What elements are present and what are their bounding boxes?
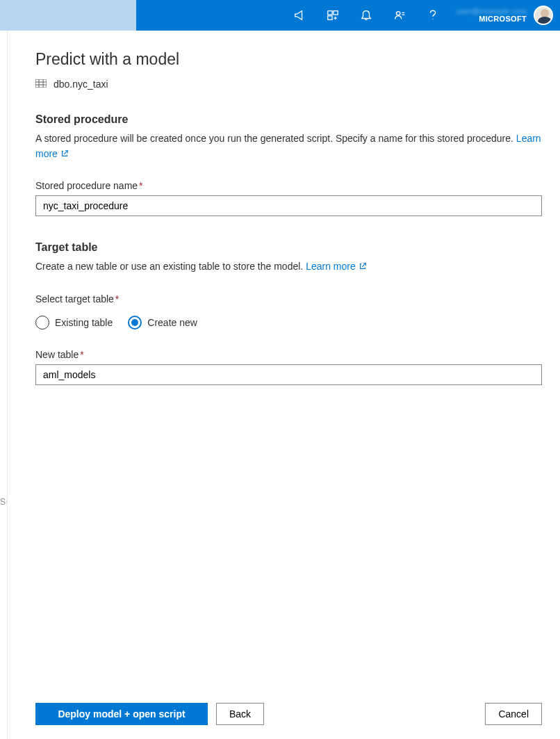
- proc-name-label: Stored procedure name*: [35, 180, 542, 191]
- stored-proc-desc: A stored procedure will be created once …: [35, 131, 542, 162]
- help-icon[interactable]: [416, 0, 450, 31]
- radio-create-new[interactable]: Create new: [128, 316, 197, 330]
- user-email: user@example.com: [456, 8, 527, 15]
- target-table-radio-group: Existing table Create new: [35, 316, 542, 330]
- wizard-footer: Deploy model + open script Back Cancel: [35, 692, 542, 725]
- directory-icon[interactable]: [316, 0, 349, 31]
- target-table-heading: Target table: [35, 241, 542, 254]
- radio-existing-label: Existing table: [55, 317, 113, 328]
- radio-button-icon: [35, 316, 49, 330]
- svg-rect-5: [35, 79, 47, 88]
- select-target-label: Select target table*: [35, 293, 542, 304]
- external-link-icon: [60, 147, 69, 163]
- wizard-pane: Predict with a model dbo.nyc_taxi Stored…: [7, 31, 560, 739]
- user-org: MICROSOFT: [479, 15, 527, 23]
- page-title: Predict with a model: [35, 50, 542, 69]
- table-icon: [35, 79, 47, 90]
- proc-name-input[interactable]: [35, 195, 542, 216]
- spacer: [35, 385, 542, 692]
- target-table-desc: Create a new table or use an existing ta…: [35, 259, 542, 275]
- cancel-button[interactable]: Cancel: [485, 703, 542, 725]
- required-asterisk: *: [139, 180, 142, 191]
- user-block[interactable]: user@example.com MICROSOFT: [450, 0, 531, 31]
- deploy-button[interactable]: Deploy model + open script: [35, 703, 208, 725]
- radio-button-icon: [128, 316, 142, 330]
- left-panel-remnant: SO: [0, 497, 7, 507]
- top-bar-icons: [283, 0, 450, 31]
- svg-rect-1: [333, 11, 338, 15]
- new-table-input[interactable]: [35, 364, 542, 385]
- radio-create-label: Create new: [147, 317, 197, 328]
- svg-point-4: [432, 19, 433, 19]
- search-area[interactable]: [0, 0, 136, 31]
- source-table: dbo.nyc_taxi: [35, 79, 542, 90]
- top-bar: user@example.com MICROSOFT: [0, 0, 560, 31]
- stored-proc-heading: Stored procedure: [35, 113, 542, 126]
- target-table-learn-more-link[interactable]: Learn more: [306, 261, 367, 272]
- avatar[interactable]: [534, 6, 553, 25]
- svg-point-3: [396, 12, 400, 15]
- required-asterisk: *: [115, 293, 119, 304]
- bell-icon[interactable]: [349, 0, 383, 31]
- top-bar-right: user@example.com MICROSOFT: [283, 0, 553, 31]
- external-link-icon: [359, 260, 367, 275]
- megaphone-icon[interactable]: [283, 0, 316, 31]
- radio-existing-table[interactable]: Existing table: [35, 316, 113, 330]
- back-button[interactable]: Back: [216, 703, 264, 725]
- svg-rect-0: [328, 11, 332, 15]
- feedback-icon[interactable]: [383, 0, 416, 31]
- svg-rect-2: [328, 16, 332, 19]
- required-asterisk: *: [80, 349, 83, 360]
- source-table-name: dbo.nyc_taxi: [53, 79, 108, 90]
- new-table-label: New table*: [35, 349, 542, 360]
